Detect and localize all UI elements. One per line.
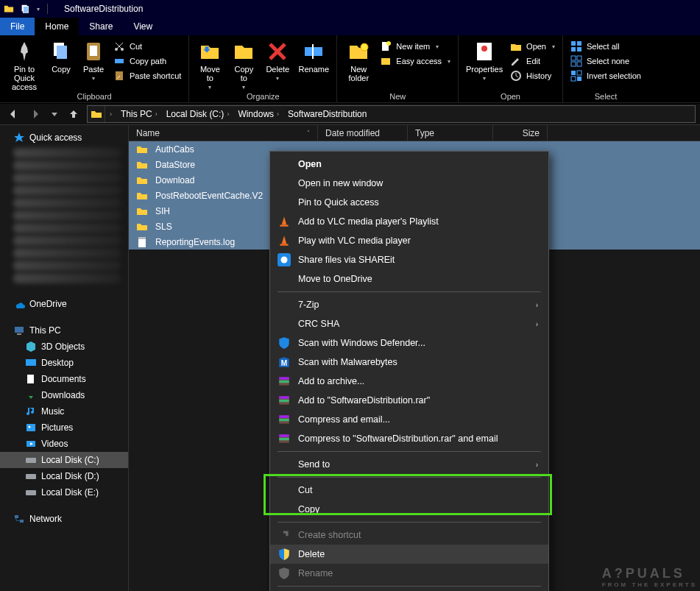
ctx-malwarebytes[interactable]: M Scan with Malwarebytes [270,353,548,372]
rename-icon [302,40,325,63]
svg-point-7 [121,48,124,51]
nav-pane: Quick access OneDrive This PC 3D Objects [0,125,129,591]
ctx-create-shortcut[interactable]: Create shortcut [270,525,548,545]
svg-point-36 [29,426,31,428]
select-none-button[interactable]: Select none [568,54,644,68]
col-date[interactable]: Date modified [318,125,408,141]
ctx-vlc-add-playlist[interactable]: Add to VLC media player's Playlist [270,212,548,231]
ctx-compress-email[interactable]: Compress and email... [270,410,548,429]
easy-access-button[interactable]: Easy access▾ [377,54,453,68]
crumb-this-pc[interactable]: This PC› [116,109,162,119]
history-button[interactable]: History [507,69,558,82]
nav-back-button[interactable] [4,105,22,123]
tab-file[interactable]: File [0,18,35,35]
title-bar: ▾ SoftwareDistribution [0,0,700,18]
sidebar-local-disk-c[interactable]: Local Disk (C:) [0,452,128,468]
select-all-button[interactable]: Select all [568,40,644,53]
ctx-vlc-play[interactable]: Play with VLC media player [270,231,548,250]
ctx-compress-rar-email[interactable]: Compress to "SoftwareDistribution.rar" a… [270,429,548,448]
svg-rect-3 [57,46,67,59]
sidebar-music[interactable]: Music [0,403,128,420]
svg-rect-39 [26,474,36,479]
svg-rect-22 [577,47,581,52]
delete-button[interactable]: Delete ▾ [261,38,294,82]
ctx-send-to[interactable]: Send to› [270,455,548,474]
open-button[interactable]: Open▾ [507,40,558,53]
ctx-7zip[interactable]: 7-Zip› [270,295,548,314]
invert-selection-icon [570,70,582,82]
ctx-add-archive[interactable]: Add to archive... [270,372,548,391]
svg-rect-5 [90,46,97,56]
paste-button[interactable]: Paste ▾ [78,38,109,82]
invert-selection-button[interactable]: Invert selection [568,69,644,82]
crumb-root-chevron[interactable]: › [105,110,116,118]
sidebar-onedrive[interactable]: OneDrive [0,296,128,312]
copy-to-button[interactable]: Copy to ▾ [227,38,260,91]
tab-share[interactable]: Share [79,18,123,35]
ctx-open[interactable]: Open [270,155,548,174]
ctx-separator [277,451,541,452]
copy-icon[interactable] [19,3,31,15]
sidebar-local-disk-e[interactable]: Local Disk (E:) [0,484,128,500]
properties-button[interactable]: Properties ▾ [463,38,506,82]
sidebar-pictures[interactable]: Pictures [0,420,128,436]
copy-button[interactable]: Copy [46,38,77,74]
sidebar-desktop[interactable]: Desktop [0,355,128,371]
sidebar-documents[interactable]: Documents [0,371,128,387]
sidebar-3d-objects[interactable]: 3D Objects [0,339,128,355]
edit-button[interactable]: Edit [507,54,558,68]
ctx-windows-defender[interactable]: Scan with Windows Defender... [270,333,548,353]
ctx-rename[interactable]: Rename [270,564,548,583]
sidebar-downloads[interactable]: Downloads [0,387,128,403]
desktop-icon [25,357,37,369]
pin-quick-access-button[interactable]: Pin to Quick access [4,38,44,91]
file-name: SIH [155,206,170,216]
col-size[interactable]: Size [493,125,548,141]
sidebar-quick-access[interactable]: Quick access [0,130,128,146]
rename-button[interactable]: Rename [295,38,332,74]
winrar-icon [277,413,291,426]
copy-path-button[interactable]: Copy path [110,54,184,68]
watermark: A?PUALSFROM THE EXPERTS [602,566,697,588]
ctx-crc-sha[interactable]: CRC SHA› [270,314,548,333]
ctx-copy[interactable]: Copy [270,500,548,519]
tab-home[interactable]: Home [35,18,79,35]
svg-rect-61 [279,438,289,440]
ctx-separator [277,586,541,587]
vlc-icon [277,215,291,228]
ctx-move-onedrive[interactable]: Move to OneDrive [270,269,548,289]
address-bar[interactable]: › This PC› Local Disk (C:)› Windows› Sof… [87,105,696,123]
ctx-cut[interactable]: Cut [270,481,548,500]
nav-recent-dropdown[interactable] [49,105,60,123]
ctx-open-new-window[interactable]: Open in new window [270,174,548,193]
folder-icon [136,144,148,155]
sidebar-network[interactable]: Network [0,511,128,527]
vlc-icon [277,234,291,247]
new-item-button[interactable]: New item▾ [377,40,453,53]
crumb-local-disk-c[interactable]: Local Disk (C:)› [162,109,234,119]
paste-shortcut-button[interactable]: Paste shortcut [110,69,184,82]
tab-view[interactable]: View [123,18,163,35]
svg-rect-40 [26,490,36,495]
col-name[interactable]: Name ˄ [129,125,318,141]
move-to-button[interactable]: Move to ▾ [194,38,226,91]
svg-rect-57 [279,415,289,417]
col-type[interactable]: Type [408,125,493,141]
sidebar-this-pc[interactable]: This PC [0,322,128,339]
ctx-add-rar[interactable]: Add to "SoftwareDistribution.rar" [270,391,548,410]
new-folder-button[interactable]: New folder [342,38,375,82]
nav-forward-button[interactable] [26,105,44,123]
qat-dropdown-icon[interactable]: ▾ [37,6,40,13]
cut-button[interactable]: Cut [110,40,184,53]
folder-icon [136,190,148,202]
sidebar-videos[interactable]: Videos [0,436,128,452]
ctx-delete[interactable]: Delete [270,545,548,564]
sidebar-item-redacted [13,160,121,171]
sidebar-local-disk-d[interactable]: Local Disk (D:) [0,468,128,484]
ctx-pin-quick-access[interactable]: Pin to Quick access [270,193,548,212]
crumb-windows[interactable]: Windows› [233,109,283,119]
address-folder-icon [88,106,105,122]
ctx-shareit[interactable]: Share files via SHAREit [270,250,548,269]
nav-up-button[interactable] [65,105,82,123]
crumb-softwaredistribution[interactable]: SoftwareDistribution [283,109,371,119]
